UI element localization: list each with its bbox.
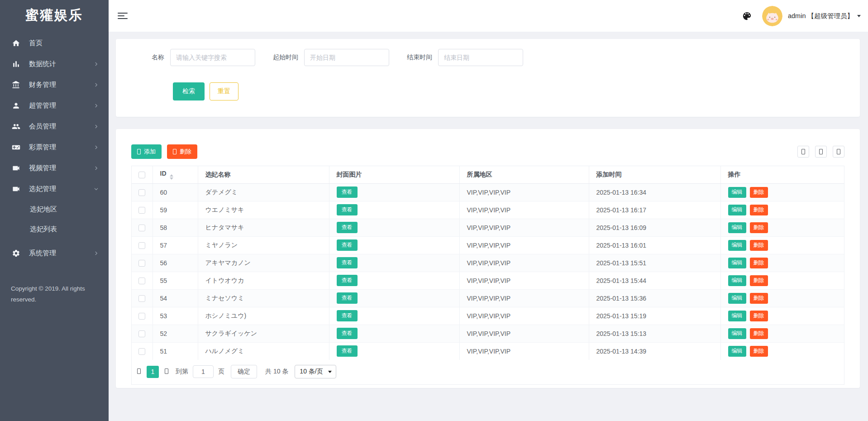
row-delete-button[interactable]: 删除 xyxy=(750,187,768,198)
cell-region: VIP,VIP,VIP,VIP xyxy=(459,254,589,272)
sidebar-item-5[interactable]: 会员管理 xyxy=(0,116,109,137)
name-search-input[interactable] xyxy=(170,49,255,66)
row-delete-button[interactable]: 删除 xyxy=(750,240,768,251)
row-delete-button[interactable]: 删除 xyxy=(750,311,768,321)
view-cover-button[interactable]: 查看 xyxy=(337,345,358,357)
sort-icon[interactable] xyxy=(170,174,173,180)
end-date-input[interactable] xyxy=(438,49,523,66)
chevron-right-icon xyxy=(94,251,99,256)
data-table: ID 选妃名称 封面图片 所属地区 添加时间 操作 60ダテメグミ查看VIP,V… xyxy=(131,166,844,385)
row-edit-button[interactable]: 编辑 xyxy=(728,187,746,198)
table-row: 54ミナセソウミ查看VIP,VIP,VIP,VIP2025-01-13 15:3… xyxy=(132,289,844,307)
row-checkbox[interactable] xyxy=(138,330,145,337)
user-avatar[interactable] xyxy=(762,6,782,26)
sidebar-item-9[interactable]: 系统管理 xyxy=(0,243,109,263)
row-edit-button[interactable]: 编辑 xyxy=(728,258,746,268)
sidebar-subitem-1[interactable]: 选妃地区 xyxy=(0,199,109,219)
row-edit-button[interactable]: 编辑 xyxy=(728,328,746,339)
row-edit-button[interactable]: 编辑 xyxy=(728,275,746,286)
table-tool-button-2[interactable] xyxy=(815,146,827,158)
page-unit-label: 页 xyxy=(218,368,224,376)
cell-id: 53 xyxy=(153,307,198,325)
table-row: 57ミヤノラン查看VIP,VIP,VIP,VIP2025-01-13 16:01… xyxy=(132,236,844,254)
cell-name: ホシノミユウ) xyxy=(198,307,329,325)
sidebar-item-7[interactable]: 视频管理 xyxy=(0,158,109,178)
row-checkbox[interactable] xyxy=(138,260,145,267)
theme-palette-icon[interactable] xyxy=(742,11,752,21)
next-page-button[interactable] xyxy=(164,368,169,375)
goto-page-input[interactable] xyxy=(193,365,214,378)
user-menu[interactable]: admin 【超级管理员】 xyxy=(788,12,861,20)
search-button[interactable]: 检索 xyxy=(173,82,205,100)
name-label: 名称 xyxy=(138,53,170,62)
row-delete-button[interactable]: 删除 xyxy=(750,346,768,357)
sidebar-item-4[interactable]: 超管管理 xyxy=(0,95,109,116)
view-cover-button[interactable]: 查看 xyxy=(337,257,358,268)
row-checkbox[interactable] xyxy=(138,207,145,214)
cell-region: VIP,VIP,VIP,VIP xyxy=(459,219,589,236)
sidebar-item-3[interactable]: 财务管理 xyxy=(0,74,109,95)
start-date-input[interactable] xyxy=(304,49,389,66)
table-tool-button-1[interactable] xyxy=(797,146,809,158)
row-edit-button[interactable]: 编辑 xyxy=(728,293,746,304)
cell-name: ヒナタマサキ xyxy=(198,219,329,236)
view-cover-button[interactable]: 查看 xyxy=(337,310,358,321)
view-cover-button[interactable]: 查看 xyxy=(337,328,358,339)
table-header-row: ID 选妃名称 封面图片 所属地区 添加时间 操作 xyxy=(132,166,844,183)
row-checkbox[interactable] xyxy=(138,225,145,231)
missing-glyph-icon xyxy=(801,149,805,154)
add-button[interactable]: 添加 xyxy=(131,144,162,159)
row-edit-button[interactable]: 编辑 xyxy=(728,222,746,233)
chevron-right-icon xyxy=(94,166,99,171)
prev-page-button[interactable] xyxy=(136,368,142,375)
chevron-down-icon xyxy=(328,371,332,373)
sidebar: 蜜獾娱乐 首页数据统计财务管理超管管理会员管理彩票管理视频管理选妃管理选妃地区选… xyxy=(0,0,109,421)
copyright-text: Copyright © 2019. All rights reserved. xyxy=(11,283,98,305)
row-delete-button[interactable]: 删除 xyxy=(750,275,768,286)
cell-name: ダテメグミ xyxy=(198,183,329,201)
row-delete-button[interactable]: 删除 xyxy=(750,222,768,233)
users-icon xyxy=(12,122,20,131)
row-edit-button[interactable]: 编辑 xyxy=(728,346,746,357)
row-delete-button[interactable]: 删除 xyxy=(750,328,768,339)
table-row: 59ウエノミサキ查看VIP,VIP,VIP,VIP2025-01-13 16:1… xyxy=(132,201,844,219)
row-edit-button[interactable]: 编辑 xyxy=(728,311,746,321)
reset-button[interactable]: 重置 xyxy=(210,82,238,100)
per-page-select[interactable]: 10 条/页 xyxy=(295,365,336,378)
row-delete-button[interactable]: 删除 xyxy=(750,205,768,215)
sidebar-item-2[interactable]: 数据统计 xyxy=(0,53,109,74)
chevron-right-icon xyxy=(94,103,99,108)
row-checkbox[interactable] xyxy=(138,348,145,355)
cell-region: VIP,VIP,VIP,VIP xyxy=(459,236,589,254)
goto-confirm-button[interactable]: 确定 xyxy=(231,365,257,378)
view-cover-button[interactable]: 查看 xyxy=(337,187,358,198)
cell-region: VIP,VIP,VIP,VIP xyxy=(459,272,589,289)
row-delete-button[interactable]: 删除 xyxy=(750,258,768,268)
page-1-button[interactable]: 1 xyxy=(147,366,159,378)
sidebar-subitem-2[interactable]: 选妃列表 xyxy=(0,219,109,239)
sidebar-item-6[interactable]: 彩票管理 xyxy=(0,137,109,158)
row-delete-button[interactable]: 删除 xyxy=(750,293,768,304)
row-edit-button[interactable]: 编辑 xyxy=(728,240,746,251)
user-icon xyxy=(12,101,20,110)
table-tool-button-3[interactable] xyxy=(833,146,844,158)
view-cover-button[interactable]: 查看 xyxy=(337,204,358,215)
view-cover-button[interactable]: 查看 xyxy=(337,292,358,304)
view-cover-button[interactable]: 查看 xyxy=(337,275,358,286)
row-checkbox[interactable] xyxy=(138,295,145,302)
select-all-checkbox[interactable] xyxy=(138,172,145,178)
view-cover-button[interactable]: 查看 xyxy=(337,222,358,233)
cell-name: イトウオウカ xyxy=(198,272,329,289)
row-checkbox[interactable] xyxy=(138,189,145,196)
delete-button[interactable]: 删除 xyxy=(167,144,197,159)
menu-toggle-button[interactable] xyxy=(118,11,128,21)
row-checkbox[interactable] xyxy=(138,242,145,249)
row-edit-button[interactable]: 编辑 xyxy=(728,205,746,215)
sidebar-item-1[interactable]: 首页 xyxy=(0,33,109,53)
view-cover-button[interactable]: 查看 xyxy=(337,239,358,251)
cell-time: 2025-01-13 16:17 xyxy=(589,201,720,219)
row-checkbox[interactable] xyxy=(138,313,145,320)
column-header-id[interactable]: ID xyxy=(153,166,198,183)
sidebar-item-8[interactable]: 选妃管理 xyxy=(0,178,109,199)
row-checkbox[interactable] xyxy=(138,277,145,284)
